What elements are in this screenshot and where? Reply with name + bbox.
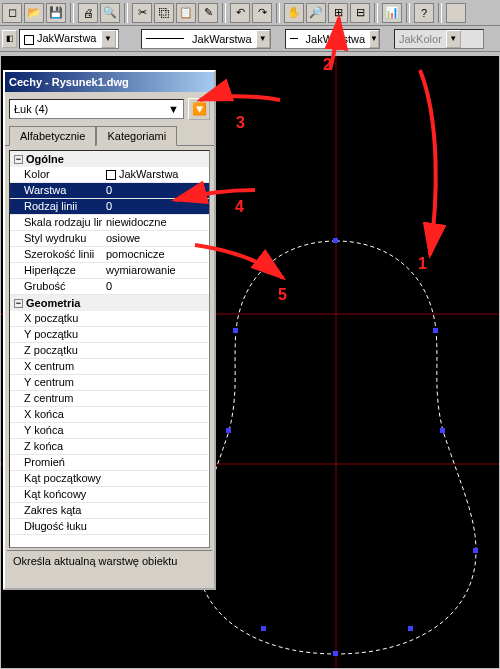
new-icon[interactable]: ◻ [2,3,22,23]
chevron-down-icon[interactable]: ▼ [168,103,179,115]
panel-title: Cechy - Rysunek1.dwg [5,72,214,92]
svg-rect-11 [261,626,266,631]
zoom-realtime-icon[interactable]: 🔎 [306,3,326,23]
chevron-down-icon[interactable]: ▼ [446,30,461,48]
svg-rect-9 [473,548,478,553]
prop-skala[interactable]: Skala rodzaju liniiniewidoczne [10,215,209,231]
lineweight-dropdown[interactable]: JakWarstwa ▼ [285,29,380,49]
cut-icon[interactable]: ✂ [132,3,152,23]
tab-kategoriami[interactable]: Kategoriami [96,126,177,146]
blank-icon[interactable] [446,3,466,23]
redo-icon[interactable]: ↷ [252,3,272,23]
prop-promien[interactable]: Promień [10,455,209,471]
layer-swatch-icon[interactable]: ◧ [2,30,17,48]
prop-styl[interactable]: Styl wydrukuosiowe [10,231,209,247]
linetype-label: JakWarstwa [188,32,256,46]
category-general[interactable]: −Ogólne [10,151,209,167]
zoom-window-icon[interactable]: ⊞ [328,3,348,23]
match-icon[interactable]: ✎ [198,3,218,23]
prop-rodzajlinii[interactable]: Rodzaj linii0 [10,199,209,215]
save-icon[interactable]: 💾 [46,3,66,23]
prop-xpoczatku[interactable]: X początku [10,311,209,327]
prop-katkoncowy[interactable]: Kąt końcowy [10,487,209,503]
prop-hiperlacze[interactable]: Hiperłączewymiarowanie [10,263,209,279]
prop-katpoczatkowy[interactable]: Kąt początkowy [10,471,209,487]
undo-icon[interactable]: ↶ [230,3,250,23]
toolbar-properties: ◧ JakWarstwa ▼ JakWarstwa ▼ JakWarstwa ▼… [0,26,500,52]
tabs: Alfabetycznie Kategoriami [5,126,214,146]
layer-dropdown[interactable]: JakWarstwa ▼ [19,29,119,49]
svg-rect-10 [333,651,338,656]
pan-icon[interactable]: ✋ [284,3,304,23]
prop-kolor[interactable]: KolorJakWarstwa [10,167,209,183]
category-geometry[interactable]: −Geometria [10,295,209,311]
prop-ycentrum[interactable]: Y centrum [10,375,209,391]
prop-zpoczatku[interactable]: Z początku [10,343,209,359]
paste-icon[interactable]: 📋 [176,3,196,23]
prop-zkonca[interactable]: Z końca [10,439,209,455]
chevron-down-icon[interactable]: ▼ [369,30,379,48]
prop-zakreskata[interactable]: Zakres kąta [10,503,209,519]
prop-ykonca[interactable]: Y końca [10,423,209,439]
prop-warstwa[interactable]: Warstwa0 [10,183,209,199]
lineweight-label: JakWarstwa [302,32,370,46]
prop-zcentrum[interactable]: Z centrum [10,391,209,407]
plotstyle-label: JakKolor [395,32,446,46]
quick-select-button[interactable]: 🔽 [188,98,210,120]
svg-rect-12 [408,626,413,631]
prop-xkonca[interactable]: X końca [10,407,209,423]
property-grid[interactable]: −Ogólne KolorJakWarstwa Warstwa0 Rodzaj … [9,150,210,548]
tab-alfabetycznie[interactable]: Alfabetycznie [9,126,96,146]
svg-rect-3 [333,238,338,243]
prop-xcentrum[interactable]: X centrum [10,359,209,375]
description-bar: Określa aktualną warstwę obiektu [7,550,212,586]
toolbar-main: ◻ 📂 💾 🖨 🔍 ✂ ⿻ 📋 ✎ ↶ ↷ ✋ 🔎 ⊞ ⊟ 📊 ? [0,0,500,26]
chevron-down-icon[interactable]: ▼ [256,30,270,48]
preview-icon[interactable]: 🔍 [100,3,120,23]
object-select[interactable]: Łuk (4) ▼ [9,99,184,119]
prop-szerokosc[interactable]: Szerokość liniipomocnicze [10,247,209,263]
properties-icon[interactable]: 📊 [382,3,402,23]
svg-rect-4 [233,328,238,333]
plotstyle-dropdown[interactable]: JakKolor ▼ [394,29,484,49]
help-icon[interactable]: ? [414,3,434,23]
svg-rect-5 [433,328,438,333]
chevron-down-icon[interactable]: ▼ [101,30,116,48]
prop-dlugoscluku[interactable]: Długość łuku [10,519,209,535]
prop-ypoczatku[interactable]: Y początku [10,327,209,343]
print-icon[interactable]: 🖨 [78,3,98,23]
svg-rect-7 [440,428,445,433]
layer-color-label: JakWarstwa [20,31,101,45]
prop-grubosc[interactable]: Grubość0 [10,279,209,295]
zoom-prev-icon[interactable]: ⊟ [350,3,370,23]
open-icon[interactable]: 📂 [24,3,44,23]
linetype-dropdown[interactable]: JakWarstwa ▼ [141,29,271,49]
svg-rect-6 [226,428,231,433]
copy-icon[interactable]: ⿻ [154,3,174,23]
properties-panel: Cechy - Rysunek1.dwg Łuk (4) ▼ 🔽 Alfabet… [3,70,216,590]
